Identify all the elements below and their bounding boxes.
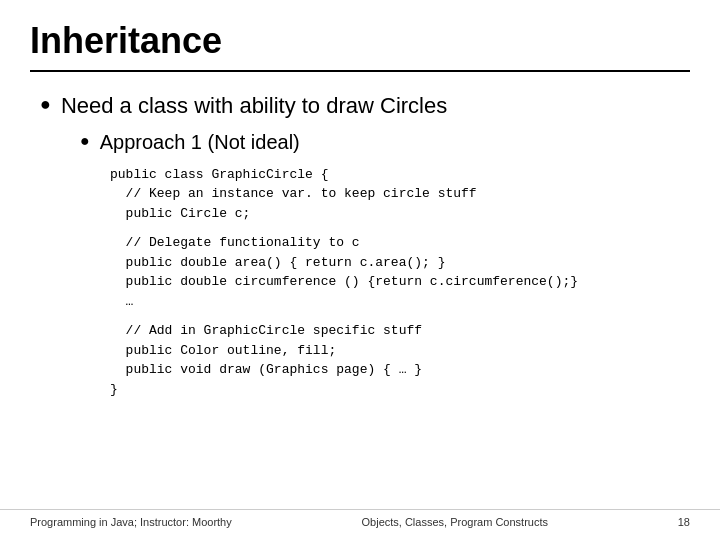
footer-center: Objects, Classes, Program Constructs xyxy=(362,516,548,528)
code-line: … xyxy=(110,292,690,312)
code-line: public double area() { return c.area(); … xyxy=(110,253,690,273)
slide: Inheritance ● Need a class with ability … xyxy=(0,0,720,540)
bullet-1-dot: ● xyxy=(40,94,51,115)
bullet-2-text: Approach 1 (Not ideal) xyxy=(100,129,300,155)
code-line: // Keep an instance var. to keep circle … xyxy=(110,184,690,204)
code-line: public void draw (Graphics page) { … } xyxy=(110,360,690,380)
code-line: public Color outline, fill; xyxy=(110,341,690,361)
code-line: } xyxy=(110,380,690,400)
code-block: public class GraphicCircle { // Keep an … xyxy=(110,165,690,400)
bullet-1-text: Need a class with ability to draw Circle… xyxy=(61,92,447,121)
footer-left: Programming in Java; Instructor: Moorthy xyxy=(30,516,232,528)
code-line: public class GraphicCircle { xyxy=(110,165,690,185)
code-line: // Add in GraphicCircle specific stuff xyxy=(110,321,690,341)
code-line: public Circle c; xyxy=(110,204,690,224)
bullet-2: ● Approach 1 (Not ideal) xyxy=(80,129,690,155)
code-line: // Delegate functionality to c xyxy=(110,233,690,253)
footer-right: 18 xyxy=(678,516,690,528)
code-line: public double circumference () {return c… xyxy=(110,272,690,292)
footer: Programming in Java; Instructor: Moorthy… xyxy=(0,509,720,528)
slide-title: Inheritance xyxy=(30,20,690,72)
bullet-2-dot: ● xyxy=(80,132,90,150)
bullet-1: ● Need a class with ability to draw Circ… xyxy=(40,92,690,121)
